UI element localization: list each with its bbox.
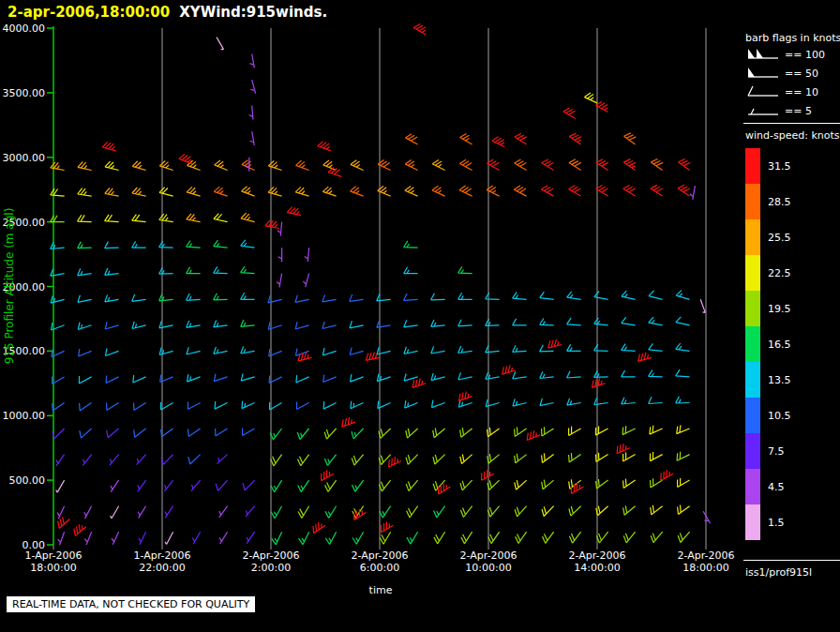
wind-barb [270,402,282,410]
wind-barb [250,80,255,94]
wind-barb [458,293,472,299]
wind-barb [404,241,418,248]
wind-barb [596,532,608,543]
colorbar-row: 19.5 [745,291,791,326]
wind-barb [192,532,200,544]
wind-barb [676,369,690,377]
wind-barb [542,480,554,489]
wind-barb-chart: 4000.003500.003000.002500.002000.001500.… [0,0,840,632]
wind-barb [219,506,228,518]
wind-barb [488,532,500,544]
wind-barb [187,214,201,222]
wind-barb [649,317,663,325]
wind-barb [515,454,527,463]
wind-barb [159,294,173,301]
wind-barb [703,511,711,523]
wind-barb [247,532,255,544]
wind-barb [110,455,119,466]
wind-barb [159,188,173,196]
wind-barb [249,106,253,120]
wind-barb [431,320,445,326]
colorbar-swatch [745,362,760,398]
wind-barb [459,392,472,401]
wind-barb [594,398,608,405]
wind-barb [132,161,145,171]
wind-barb [661,470,673,480]
wind-barb [241,240,255,248]
wind-barb [486,399,499,407]
wind-barb [324,429,337,439]
wind-barb [407,506,418,518]
wind-barb [678,185,690,196]
wind-barb [622,291,636,299]
wind-barb [676,397,690,403]
wind-profiler-window: 2-apr-2006,18:00:00XYWind:915winds. 4000… [0,0,840,632]
x-tick-label-date: 2-Apr-2006 [242,549,299,562]
barb-half-tick [751,109,754,114]
wind-barb [80,429,92,438]
wind-barb [622,426,636,435]
wind-barb [351,401,364,409]
wind-barb [405,134,417,144]
wind-barb [105,161,119,170]
wind-barb [295,322,308,329]
wind-barb [651,185,663,196]
wind-barb [515,133,527,144]
wind-barb [458,320,472,326]
wind-barb [82,455,91,466]
wind-barb [488,454,500,463]
wind-barb [377,374,390,382]
wind-barb [350,348,363,355]
wind-barb [352,480,364,491]
wind-barb [434,532,445,544]
wind-barb [80,403,92,411]
wind-barb [242,187,255,196]
wind-barb [105,294,119,302]
wind-barb [325,480,337,491]
wind-barb [567,344,581,351]
wind-barb [514,186,526,196]
wind-barb [56,455,65,466]
colorbar-swatch [745,219,760,255]
wind-barb [51,188,65,196]
wind-barb [623,505,636,515]
wind-barb [214,214,228,222]
wind-barb [271,506,282,519]
wind-barb [540,399,554,406]
wind-barb [379,429,391,438]
wind-barb [250,131,255,145]
wind-barb [638,353,652,362]
wind-barb [132,294,146,302]
wind-barb [187,267,201,274]
wind-barb [459,186,472,196]
colorbar-label: 19.5 [768,303,791,315]
wind-barb [623,186,636,197]
wind-barb [313,522,325,534]
wind-barb [161,455,173,465]
wind-barb [513,399,527,406]
wind-barb [350,294,364,302]
wind-barb [78,162,92,171]
wind-barb [216,429,228,436]
x-tick-label-time: 2:00:00 [251,562,291,574]
wind-barb [567,292,581,299]
speed-colorbar: 31.528.525.522.519.516.513.510.57.54.51.… [745,148,791,540]
colorbar-label: 16.5 [768,339,791,351]
wind-barb [486,372,500,380]
wind-barb [460,480,472,490]
wind-barb [133,375,146,383]
wind-barb [624,133,637,144]
wind-barb [241,373,254,381]
wind-barb [305,248,309,262]
x-tick-label-time: 18:00:00 [30,562,76,574]
wind-barb [515,159,527,171]
wind-barb [165,506,173,518]
barb-10-icon [745,84,781,99]
wind-barb [460,506,472,518]
wind-barb [412,379,426,388]
wind-barb [594,318,608,325]
wind-barb [486,319,500,325]
wind-barb [132,188,146,196]
wind-barb [278,248,282,262]
wind-barb [404,321,418,327]
